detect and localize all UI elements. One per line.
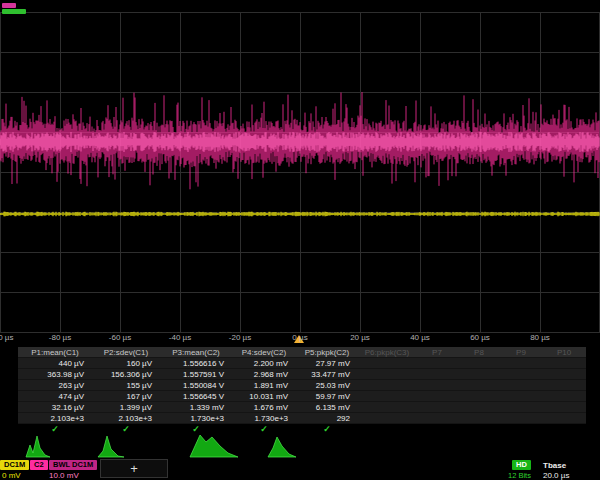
measure-value-cell: [358, 358, 416, 368]
measure-header-cell[interactable]: P5:pkpk(C2): [296, 347, 358, 357]
measure-value-cell: [500, 369, 542, 379]
table-row: 2.103e+32.103e+31.730e+31.730e+3292: [18, 413, 586, 424]
measure-value-cell: 1.550084 V: [160, 380, 232, 390]
table-row: P1:mean(C1)P2:sdev(C1)P3:mean(C2)P4:sdev…: [18, 347, 586, 358]
status-empty-cell: [542, 424, 586, 435]
channel1-scale: 0 mV: [2, 471, 21, 480]
histicon: [268, 437, 296, 457]
table-row: 363.98 µV156.306 µV1.557591 V2.968 mV33.…: [18, 369, 586, 380]
measure-value-cell: 32.16 µV: [18, 402, 92, 412]
measure-value-cell: 1.730e+3: [232, 413, 296, 423]
x-axis-label: 80 µs: [510, 333, 570, 342]
measure-value-cell: 2.968 mV: [232, 369, 296, 379]
measure-value-cell: [500, 380, 542, 390]
measure-value-cell: 2.103e+3: [92, 413, 160, 423]
channel2-scale: 10.0 mV: [49, 471, 79, 480]
measure-value-cell: 33.477 mV: [296, 369, 358, 379]
status-check-icon: ✓: [296, 424, 358, 435]
add-trace-button[interactable]: +: [100, 459, 168, 478]
parameter-histicons: [0, 433, 600, 459]
measure-value-cell: 1.556645 V: [160, 391, 232, 401]
measure-value-cell: 2.200 mV: [232, 358, 296, 368]
measure-value-cell: 440 µV: [18, 358, 92, 368]
status-empty-cell: [500, 424, 542, 435]
c1-waveform[interactable]: [0, 212, 599, 217]
measure-header-cell[interactable]: P2:sdev(C1): [92, 347, 160, 357]
measure-value-cell: 1.399 µV: [92, 402, 160, 412]
measure-value-cell: [542, 380, 586, 390]
channel2-descriptor[interactable]: C2: [30, 460, 48, 470]
measure-value-cell: 363.98 µV: [18, 369, 92, 379]
measure-value-cell: 1.339 mV: [160, 402, 232, 412]
status-check-icon: ✓: [232, 424, 296, 435]
histicon: [26, 436, 50, 457]
x-axis-label: -60 µs: [90, 333, 150, 342]
measure-value-cell: [458, 413, 500, 423]
status-empty-cell: [358, 424, 416, 435]
measure-value-cell: 474 µV: [18, 391, 92, 401]
hd-mode-badge: HD: [512, 460, 531, 470]
measure-header-cell[interactable]: P1:mean(C1): [18, 347, 92, 357]
measure-value-cell: [542, 369, 586, 379]
measure-value-cell: [358, 402, 416, 412]
acquisition-status-led: [2, 9, 26, 14]
measure-value-cell: 160 µV: [92, 358, 160, 368]
measure-header-cell[interactable]: P9: [500, 347, 542, 357]
measure-value-cell: 25.03 mV: [296, 380, 358, 390]
measure-value-cell: 10.031 mV: [232, 391, 296, 401]
histicon: [190, 435, 238, 457]
channel1-descriptor[interactable]: DC1M: [0, 460, 29, 470]
status-check-icon: ✓: [18, 424, 92, 435]
measure-value-cell: 156.306 µV: [92, 369, 160, 379]
measure-value-cell: [458, 402, 500, 412]
measure-value-cell: 6.135 mV: [296, 402, 358, 412]
measure-value-cell: [416, 358, 458, 368]
measure-value-cell: [416, 369, 458, 379]
measure-value-cell: [458, 358, 500, 368]
measure-value-cell: 59.97 mV: [296, 391, 358, 401]
measure-value-cell: 292: [296, 413, 358, 423]
measure-header-cell[interactable]: P6:pkpk(C3): [358, 347, 416, 357]
descriptor-bar: DC1M 0 mV C2 BWL DC1M 10.0 mV + HD 12 Bi…: [0, 459, 600, 480]
measure-value-cell: [500, 402, 542, 412]
measure-header-cell[interactable]: P4:sdev(C2): [232, 347, 296, 357]
measure-header-cell[interactable]: P7: [416, 347, 458, 357]
measure-header-cell[interactable]: P3:mean(C2): [160, 347, 232, 357]
measure-header-cell[interactable]: P8: [458, 347, 500, 357]
measure-value-cell: [458, 380, 500, 390]
measure-value-cell: 167 µV: [92, 391, 160, 401]
waveform-display: [0, 0, 600, 346]
oscilloscope-screen: -100 µs-80 µs-60 µs-40 µs-20 µs0 µs20 µs…: [0, 0, 600, 480]
measure-value-cell: 2.103e+3: [18, 413, 92, 423]
timebase-value: 20.0 µs: [543, 471, 569, 480]
measure-value-cell: 263 µV: [18, 380, 92, 390]
timebase-descriptor[interactable]: Tbase: [543, 461, 566, 470]
measure-value-cell: [358, 369, 416, 379]
table-row: 263 µV155 µV1.550084 V1.891 mV25.03 mV: [18, 380, 586, 391]
measure-value-cell: 1.676 mV: [232, 402, 296, 412]
status-empty-cell: [416, 424, 458, 435]
channel2-coupling-badge[interactable]: BWL DC1M: [49, 460, 97, 470]
measurement-table: P1:mean(C1)P2:sdev(C1)P3:mean(C2)P4:sdev…: [18, 347, 586, 435]
x-axis-label: 20 µs: [330, 333, 390, 342]
measure-header-cell[interactable]: P10: [542, 347, 586, 357]
measure-value-cell: 27.97 mV: [296, 358, 358, 368]
measure-value-cell: 1.556616 V: [160, 358, 232, 368]
measure-value-cell: 155 µV: [92, 380, 160, 390]
hd-bits-label: 12 Bits: [508, 471, 531, 480]
table-row: 474 µV167 µV1.556645 V10.031 mV59.97 mV: [18, 391, 586, 402]
measure-value-cell: [542, 358, 586, 368]
x-axis-label: -40 µs: [150, 333, 210, 342]
measure-value-cell: [416, 380, 458, 390]
measure-value-cell: [542, 402, 586, 412]
table-row: ✓✓✓✓✓: [18, 424, 586, 435]
measure-value-cell: [542, 391, 586, 401]
x-axis-label: -100 µs: [0, 333, 30, 342]
status-check-icon: ✓: [92, 424, 160, 435]
histicon: [98, 436, 124, 457]
measure-value-cell: [500, 391, 542, 401]
measure-value-cell: [458, 391, 500, 401]
measure-value-cell: [416, 402, 458, 412]
measure-value-cell: [358, 380, 416, 390]
x-axis-label: -20 µs: [210, 333, 270, 342]
